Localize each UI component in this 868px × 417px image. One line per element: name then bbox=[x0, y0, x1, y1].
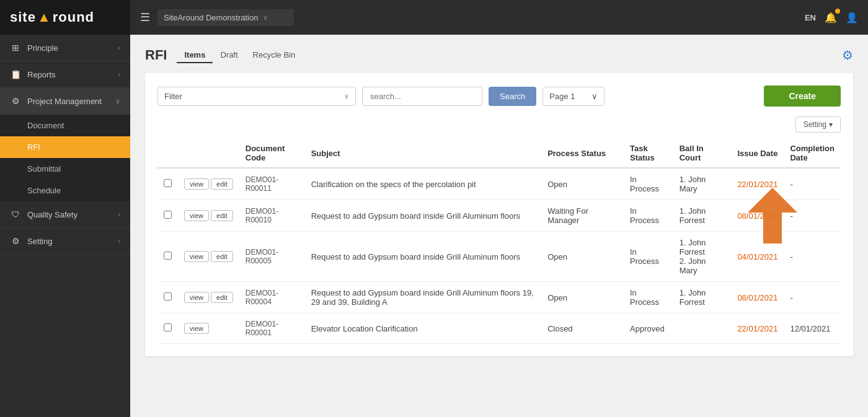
principle-icon: ⊞ bbox=[10, 42, 21, 53]
dropdown-arrow-icon: ∨ bbox=[263, 14, 268, 22]
setting-dropdown-button[interactable]: Setting ▾ bbox=[795, 116, 841, 133]
row-checkbox[interactable] bbox=[164, 292, 172, 301]
doc-code-cell: DEMO01-R00004 bbox=[239, 282, 305, 314]
doc-code-cell: DEMO01-R00011 bbox=[239, 168, 305, 200]
view-button[interactable]: view bbox=[184, 210, 209, 221]
subject-cell: Request to add Gypsum board inside Grill… bbox=[305, 200, 541, 232]
setting-dropdown-icon: ▾ bbox=[829, 120, 833, 129]
search-button[interactable]: Search bbox=[489, 87, 536, 106]
sidebar-item-principle[interactable]: ⊞ Principle › bbox=[0, 35, 130, 61]
page-title: RFI bbox=[145, 47, 167, 63]
task-status-cell: In Process bbox=[624, 200, 673, 232]
row-checkbox[interactable] bbox=[164, 323, 172, 331]
user-avatar[interactable]: 👤 bbox=[846, 12, 858, 24]
completion-date-cell: - bbox=[784, 168, 841, 200]
notifications-bell[interactable]: 🔔 bbox=[825, 12, 837, 24]
view-button[interactable]: view bbox=[184, 323, 209, 334]
reports-icon: 📋 bbox=[10, 69, 21, 80]
ball-in-court-cell: 1. John Forrest2. John Mary bbox=[673, 232, 732, 282]
page-number: Page 1 bbox=[549, 92, 575, 101]
col-task-status: TaskStatus bbox=[624, 139, 673, 168]
doc-code-cell: DEMO01-R00010 bbox=[239, 200, 305, 232]
row-checkbox[interactable] bbox=[164, 211, 172, 219]
sidebar-item-label: Project Management bbox=[27, 97, 102, 106]
project-selector[interactable]: SiteAround Demonstration ∨ bbox=[157, 9, 294, 26]
table-row: view edit DEMO01-R00010 Request to add G… bbox=[157, 200, 841, 232]
ball-in-court-cell: 1. John Mary bbox=[673, 168, 732, 200]
submenu-item-submittal[interactable]: Submittal bbox=[0, 158, 130, 180]
task-status-cell: In Process bbox=[624, 168, 673, 200]
subject-cell: Elevator Location Clarification bbox=[305, 314, 541, 344]
sidebar-item-label: Principle bbox=[27, 43, 58, 53]
edit-button[interactable]: edit bbox=[211, 210, 233, 221]
page-settings-gear-icon[interactable]: ⚙ bbox=[842, 48, 853, 63]
table-row: view edit DEMO01-R00011 Clarification on… bbox=[157, 168, 841, 200]
sidebar-item-label: Quality Safety bbox=[27, 210, 78, 219]
process-status-cell: Open bbox=[541, 168, 624, 200]
filter-dropdown-icon: ∨ bbox=[344, 92, 349, 100]
chevron-right-icon: › bbox=[118, 71, 120, 78]
tab-items[interactable]: Items bbox=[177, 48, 213, 63]
col-subject: Subject bbox=[305, 139, 541, 168]
sidebar: site▲round ⊞ Principle › 📋 Reports › ⚙ P… bbox=[0, 0, 130, 417]
submenu-item-document[interactable]: Document bbox=[0, 115, 130, 136]
rfi-card: Filter ∨ Search Page 1 ∨ Create Setting … bbox=[145, 73, 853, 356]
edit-button[interactable]: edit bbox=[211, 292, 233, 303]
col-actions bbox=[178, 139, 239, 168]
logo: site▲round bbox=[0, 0, 130, 35]
rfi-table: DocumentCode Subject Process Status Task… bbox=[157, 139, 841, 344]
subject-cell: Clarification on the specs of the percol… bbox=[305, 168, 541, 200]
issue-date-cell: 22/01/2021 bbox=[731, 314, 784, 344]
chevron-right-icon: › bbox=[118, 44, 120, 51]
task-status-cell: Approved bbox=[624, 314, 673, 344]
sidebar-item-label: Setting bbox=[27, 237, 52, 246]
chevron-right-icon: › bbox=[118, 211, 120, 218]
page-tabs: Items Draft Recycle Bin bbox=[177, 48, 303, 63]
chevron-down-icon: ∨ bbox=[115, 97, 120, 105]
row-checkbox[interactable] bbox=[164, 252, 172, 260]
logo-round: round bbox=[53, 9, 94, 25]
sidebar-item-setting[interactable]: ⚙ Setting › bbox=[0, 228, 130, 255]
view-button[interactable]: view bbox=[184, 251, 209, 262]
filter-select[interactable]: Filter ∨ bbox=[157, 87, 356, 106]
ball-in-court-cell: 1. John Forrest bbox=[673, 200, 732, 232]
sidebar-item-label: Reports bbox=[27, 70, 56, 79]
edit-button[interactable]: edit bbox=[211, 251, 233, 262]
subject-cell: Request to add Gypsum board inside Grill… bbox=[305, 232, 541, 282]
issue-date-cell: 22/01/2021 bbox=[731, 168, 784, 200]
table-row: view edit DEMO01-R00005 Request to add G… bbox=[157, 232, 841, 282]
view-button[interactable]: view bbox=[184, 292, 209, 303]
submenu-item-schedule[interactable]: Schedule bbox=[0, 180, 130, 201]
sidebar-item-quality-safety[interactable]: 🛡 Quality Safety › bbox=[0, 201, 130, 228]
col-process-status: Process Status bbox=[541, 139, 624, 168]
table-row: view edit DEMO01-R00004 Request to add G… bbox=[157, 282, 841, 314]
logo-site: site bbox=[10, 9, 36, 25]
ball-in-court-cell bbox=[673, 314, 732, 344]
project-management-submenu: Document RFI Submittal Schedule bbox=[0, 115, 130, 201]
ball-in-court-cell: 1. John Forrest bbox=[673, 282, 732, 314]
logo-text: site▲round bbox=[10, 9, 94, 25]
completion-date-cell: - bbox=[784, 200, 841, 232]
sidebar-item-reports[interactable]: 📋 Reports › bbox=[0, 61, 130, 88]
sidebar-item-project-management[interactable]: ⚙ Project Management ∨ bbox=[0, 88, 130, 115]
language-selector[interactable]: EN bbox=[805, 13, 816, 22]
notification-badge bbox=[835, 9, 840, 14]
main-area: ☰ SiteAround Demonstration ∨ EN 🔔 👤 RFI … bbox=[130, 0, 868, 417]
view-button[interactable]: view bbox=[184, 178, 209, 190]
hamburger-icon[interactable]: ☰ bbox=[140, 11, 150, 24]
col-ball-in-court: Ball InCourt bbox=[673, 139, 732, 168]
completion-date-cell: 12/01/2021 bbox=[784, 314, 841, 344]
edit-button[interactable]: edit bbox=[211, 178, 233, 190]
tab-recycle-bin[interactable]: Recycle Bin bbox=[246, 48, 303, 63]
page-header: RFI Items Draft Recycle Bin ⚙ bbox=[145, 47, 853, 63]
search-input[interactable] bbox=[362, 87, 482, 106]
tab-draft[interactable]: Draft bbox=[213, 48, 245, 63]
page-selector[interactable]: Page 1 ∨ bbox=[542, 87, 604, 106]
process-status-cell: Open bbox=[541, 282, 624, 314]
project-management-icon: ⚙ bbox=[10, 95, 21, 107]
process-status-cell: Open bbox=[541, 232, 624, 282]
row-checkbox[interactable] bbox=[164, 179, 172, 187]
submenu-item-rfi[interactable]: RFI bbox=[0, 136, 130, 158]
process-status-cell: Waiting For Manager bbox=[541, 200, 624, 232]
create-button[interactable]: Create bbox=[764, 86, 841, 107]
